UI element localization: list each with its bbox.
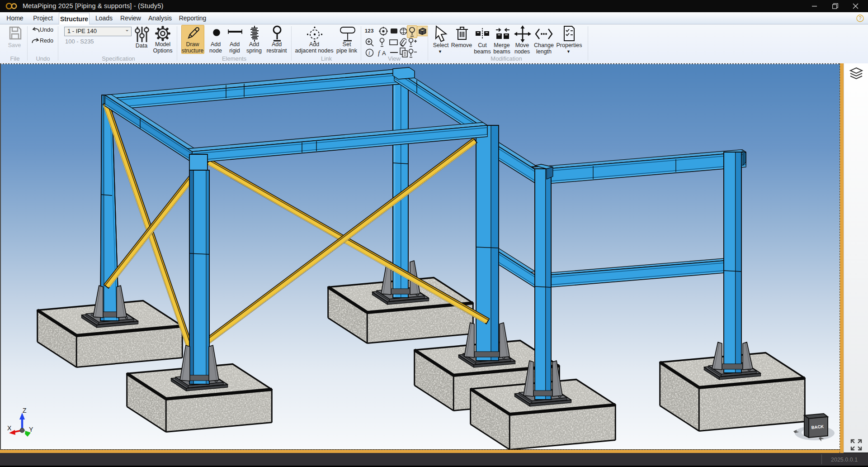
svg-text:Y: Y — [29, 426, 33, 433]
svg-text:?: ? — [859, 15, 862, 21]
svg-text:X: X — [7, 424, 12, 432]
svg-text:Z: Z — [23, 407, 27, 414]
